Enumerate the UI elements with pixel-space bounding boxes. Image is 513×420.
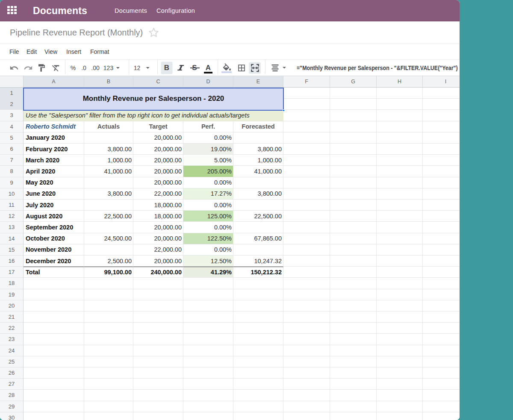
cell-H23[interactable] — [377, 334, 423, 345]
cell-G28[interactable] — [330, 390, 377, 401]
cell-D16[interactable]: 12.50% — [183, 256, 233, 267]
cell-E24[interactable] — [233, 345, 283, 356]
cell-B15[interactable] — [84, 244, 133, 256]
cell-F5[interactable] — [283, 132, 330, 144]
cell-D5[interactable]: 0.00% — [183, 132, 233, 144]
cell-H16[interactable] — [377, 256, 423, 267]
cell-G29[interactable] — [330, 401, 377, 412]
clear-format-button[interactable] — [51, 63, 61, 73]
cell-A17[interactable]: Total — [24, 267, 84, 278]
cell-C11[interactable]: 18,000.00 — [133, 200, 183, 211]
cell-A18[interactable] — [24, 278, 84, 289]
cell-D20[interactable] — [183, 300, 233, 311]
cell-A25[interactable] — [24, 356, 84, 367]
row-header-7[interactable]: 7 — [0, 155, 24, 166]
row-header-16[interactable]: 16 — [0, 256, 24, 267]
cell-B10[interactable]: 3,800.00 — [84, 188, 133, 200]
cell-I30[interactable] — [423, 412, 460, 420]
cell-F11[interactable] — [283, 200, 330, 211]
cell-I11[interactable] — [423, 200, 460, 211]
select-all-corner[interactable] — [0, 76, 24, 88]
decrease-decimal-button[interactable]: .0 — [81, 65, 86, 71]
row-header-25[interactable]: 25 — [0, 356, 24, 367]
cell-H2[interactable] — [377, 99, 423, 110]
row-header-26[interactable]: 26 — [0, 367, 24, 379]
cell-G21[interactable] — [330, 311, 377, 323]
cell-H15[interactable] — [377, 244, 423, 256]
cell-H7[interactable] — [377, 155, 423, 166]
cell-D28[interactable] — [183, 390, 233, 401]
cell-B8[interactable]: 41,000.00 — [84, 166, 133, 177]
cell-G25[interactable] — [330, 356, 377, 367]
cell-E6[interactable]: 3,800.00 — [233, 144, 283, 155]
cell-B22[interactable] — [84, 323, 133, 334]
cell-E4[interactable]: Forecasted — [233, 121, 283, 132]
cell-G14[interactable] — [330, 233, 377, 244]
cell-A15[interactable]: November 2020 — [24, 244, 84, 256]
cell-D26[interactable] — [183, 367, 233, 379]
cell-I19[interactable] — [423, 289, 460, 300]
cell-E27[interactable] — [233, 379, 283, 390]
cell-C6[interactable]: 20,000.00 — [133, 144, 183, 155]
formula-bar[interactable]: ="Monthly Revenue per Salesperson - "&FI… — [297, 65, 458, 71]
cell-D8[interactable]: 205.00% — [183, 166, 233, 177]
cell-E26[interactable] — [233, 367, 283, 379]
cell-D23[interactable] — [183, 334, 233, 345]
cell-B29[interactable] — [84, 401, 133, 412]
cell-C23[interactable] — [133, 334, 183, 345]
cell-F19[interactable] — [283, 289, 330, 300]
cell-G11[interactable] — [330, 200, 377, 211]
row-header-20[interactable]: 20 — [0, 300, 24, 311]
cell-B4[interactable]: Actuals — [84, 121, 133, 132]
cell-C7[interactable]: 20,000.00 — [133, 155, 183, 166]
cell-G12[interactable] — [330, 211, 377, 222]
row-header-21[interactable]: 21 — [0, 311, 24, 323]
cell-D15[interactable]: 0.00% — [183, 244, 233, 256]
row-header-17[interactable]: 17 — [0, 267, 24, 278]
cell-F8[interactable] — [283, 166, 330, 177]
horizontal-align-button[interactable] — [271, 64, 286, 71]
cell-B7[interactable]: 1,000.00 — [84, 155, 133, 166]
cell-F13[interactable] — [283, 222, 330, 233]
row-header-29[interactable]: 29 — [0, 401, 24, 412]
row-header-10[interactable]: 10 — [0, 188, 24, 200]
cell-H20[interactable] — [377, 300, 423, 311]
cell-A29[interactable] — [24, 401, 84, 412]
strikethrough-button[interactable]: S — [189, 62, 200, 73]
cell-E9[interactable] — [233, 177, 283, 188]
cell-B14[interactable]: 24,500.00 — [84, 233, 133, 244]
cell-G26[interactable] — [330, 367, 377, 379]
cell-B25[interactable] — [84, 356, 133, 367]
menu-file[interactable]: File — [9, 48, 19, 55]
row-header-14[interactable]: 14 — [0, 233, 24, 244]
increase-decimal-button[interactable]: .00 — [91, 65, 99, 71]
cell-B5[interactable] — [84, 132, 133, 144]
format-percent-button[interactable]: % — [71, 65, 76, 71]
cell-E13[interactable] — [233, 222, 283, 233]
menu-format[interactable]: Format — [90, 48, 109, 55]
cell-I26[interactable] — [423, 367, 460, 379]
selected-title-cell[interactable]: Monthly Revenue per Salesperson - 2020 — [23, 88, 284, 111]
cell-H1[interactable] — [377, 88, 423, 99]
cell-F28[interactable] — [283, 390, 330, 401]
cell-H18[interactable] — [377, 278, 423, 289]
cell-D19[interactable] — [183, 289, 233, 300]
cell-H24[interactable] — [377, 345, 423, 356]
cell-H25[interactable] — [377, 356, 423, 367]
bold-button[interactable]: B — [161, 62, 173, 74]
cell-H8[interactable] — [377, 166, 423, 177]
cell-B30[interactable] — [84, 412, 133, 420]
row-header-8[interactable]: 8 — [0, 166, 24, 177]
cell-C15[interactable]: 22,000.00 — [133, 244, 183, 256]
column-header-G[interactable]: G — [330, 76, 377, 88]
cell-C27[interactable] — [133, 379, 183, 390]
row-header-22[interactable]: 22 — [0, 323, 24, 334]
row-header-4[interactable]: 4 — [0, 121, 24, 132]
number-format-button[interactable]: 123 — [103, 65, 120, 71]
cell-H21[interactable] — [377, 311, 423, 323]
cell-F26[interactable] — [283, 367, 330, 379]
cell-I15[interactable] — [423, 244, 460, 256]
row-header-15[interactable]: 15 — [0, 244, 24, 256]
favorite-star-icon[interactable] — [147, 26, 160, 41]
cell-E8[interactable]: 41,000.00 — [233, 166, 283, 177]
